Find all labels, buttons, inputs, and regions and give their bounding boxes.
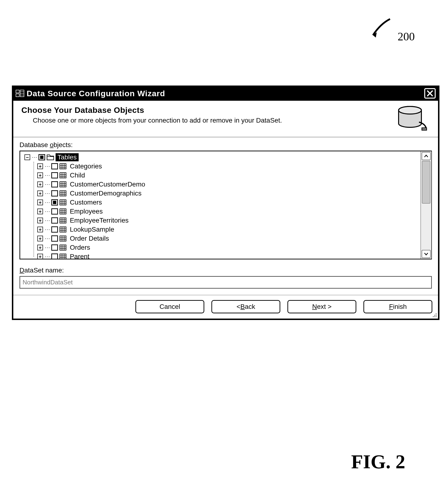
tree-node[interactable]: +···Parent <box>37 252 418 259</box>
svg-rect-42 <box>60 218 66 223</box>
table-icon <box>59 254 67 259</box>
page-subtitle: Choose one or more objects from your con… <box>33 116 354 125</box>
expand-icon[interactable]: + <box>37 254 43 259</box>
svg-rect-47 <box>60 227 66 232</box>
tree-node[interactable]: +···CustomerCustomerDemo <box>37 180 418 189</box>
dataset-name-input[interactable] <box>20 276 432 289</box>
figure-ref-top: 200 <box>366 17 415 43</box>
table-icon <box>59 172 67 178</box>
tree-node-label: LookupSample <box>68 226 116 234</box>
checkbox[interactable] <box>51 254 58 259</box>
checkbox[interactable] <box>51 172 58 178</box>
tree-node-label: Order Details <box>68 235 111 243</box>
wizard-button-bar: Cancel < Back Next > Finish <box>13 295 438 318</box>
scroll-up-button[interactable] <box>422 152 431 160</box>
app-icon <box>16 90 24 97</box>
scroll-thumb[interactable] <box>422 161 430 204</box>
figure-caption: FIG. 2 <box>351 451 405 473</box>
table-icon <box>59 245 67 251</box>
database-icon <box>395 105 428 132</box>
checkbox[interactable] <box>51 226 58 233</box>
checkbox[interactable] <box>51 163 58 169</box>
wizard-window: Data Source Configuration Wizard Choose … <box>12 85 439 320</box>
chevron-up-icon <box>424 154 428 158</box>
tree-node-label: CustomerDemographics <box>68 189 143 197</box>
svg-point-71 <box>434 316 435 317</box>
expand-icon[interactable]: + <box>37 182 43 187</box>
checkbox[interactable] <box>51 181 58 187</box>
expand-icon[interactable]: + <box>37 218 43 223</box>
table-icon <box>59 190 67 196</box>
expand-icon[interactable]: + <box>37 200 43 205</box>
vertical-scrollbar[interactable] <box>420 151 431 259</box>
scroll-down-button[interactable] <box>422 250 431 258</box>
tree-node-label: Customers <box>68 198 104 206</box>
table-icon <box>59 163 67 169</box>
expand-icon[interactable]: + <box>37 236 43 241</box>
checkbox[interactable] <box>51 217 58 224</box>
back-button[interactable]: < Back <box>211 300 280 313</box>
checkbox[interactable] <box>51 236 58 242</box>
titlebar: Data Source Configuration Wizard <box>13 87 438 101</box>
tree-node-label: Orders <box>68 244 92 252</box>
database-objects-tree[interactable]: − ··· Tables +···Categories+···Child+···… <box>20 151 432 259</box>
svg-point-68 <box>434 315 435 316</box>
tree-node[interactable]: +···Order Details <box>37 234 418 243</box>
tree-node[interactable]: +···Child <box>37 171 418 180</box>
expand-icon[interactable]: + <box>37 245 43 250</box>
svg-point-67 <box>436 313 437 314</box>
tree-node[interactable]: +···CustomerDemographics <box>37 189 418 198</box>
table-icon <box>59 181 67 187</box>
database-objects-label: Database objects: <box>20 141 432 149</box>
finish-button[interactable]: Finish <box>363 300 432 313</box>
tree-node[interactable]: +···Orders <box>37 243 418 252</box>
expand-icon[interactable]: + <box>37 227 43 232</box>
close-icon <box>427 90 433 97</box>
cancel-button[interactable]: Cancel <box>135 300 204 313</box>
svg-rect-1 <box>16 94 19 97</box>
figure-ref-number: 200 <box>398 30 415 43</box>
svg-rect-32 <box>60 200 66 205</box>
checkbox-tables[interactable] <box>39 154 45 160</box>
tree-node[interactable]: +···EmployeeTerritories <box>37 216 418 225</box>
close-button[interactable] <box>424 88 436 99</box>
svg-point-70 <box>433 316 434 317</box>
tree-connector <box>33 162 34 257</box>
table-icon <box>59 199 67 205</box>
tree-node-label: Employees <box>68 207 105 215</box>
dataset-name-label: DataSet name: <box>20 266 432 274</box>
table-icon <box>59 236 67 242</box>
window-title: Data Source Configuration Wizard <box>27 89 165 98</box>
tree-node[interactable]: +···Categories <box>37 162 418 171</box>
checkbox[interactable] <box>51 199 58 205</box>
checkbox[interactable] <box>51 208 58 215</box>
svg-rect-0 <box>16 90 19 93</box>
expand-icon[interactable]: + <box>37 173 43 178</box>
tree-node-label: Child <box>68 171 87 179</box>
tree-node-label: CustomerCustomerDemo <box>68 180 147 188</box>
checkbox[interactable] <box>51 245 58 251</box>
tree-node-tables[interactable]: − ··· Tables <box>24 153 418 162</box>
expand-icon[interactable]: + <box>37 209 43 214</box>
svg-point-72 <box>436 316 437 317</box>
svg-rect-37 <box>60 209 66 214</box>
next-button[interactable]: Next > <box>287 300 356 313</box>
table-icon <box>59 217 67 224</box>
svg-rect-12 <box>60 164 66 169</box>
chevron-down-icon <box>424 252 428 256</box>
tree-node[interactable]: +···Employees <box>37 207 418 216</box>
expand-icon[interactable]: + <box>37 191 43 196</box>
svg-rect-17 <box>60 173 66 178</box>
checkbox[interactable] <box>51 190 58 196</box>
expand-icon[interactable]: + <box>37 164 43 169</box>
svg-rect-62 <box>60 254 66 259</box>
resize-grip-icon[interactable] <box>432 312 437 318</box>
tree-node-label: Tables <box>56 153 79 161</box>
table-icon <box>59 208 67 215</box>
tree-node[interactable]: +···LookupSample <box>37 225 418 234</box>
table-icon <box>59 226 67 233</box>
svg-point-69 <box>436 315 437 316</box>
collapse-icon[interactable]: − <box>24 154 30 160</box>
tree-node-label: EmployeeTerritories <box>68 216 130 225</box>
tree-node[interactable]: +···Customers <box>37 198 418 207</box>
